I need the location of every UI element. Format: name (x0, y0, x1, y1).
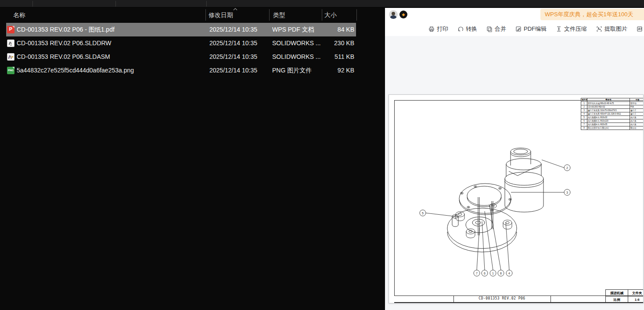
column-separator[interactable] (269, 9, 270, 21)
edit-pencil-icon (515, 25, 522, 32)
user-avatar[interactable] (389, 10, 398, 19)
merge-button[interactable]: 合并 (486, 25, 506, 33)
file-size: 92 KB (303, 64, 354, 77)
file-row-slddrw[interactable]: CD-001353 REV.02 P06.SLDDRW 2025/12/14 1… (0, 36, 385, 50)
solidworks-drawing-file-icon (7, 40, 14, 47)
column-separator[interactable] (205, 9, 206, 21)
balloon-3: 3 (566, 191, 568, 194)
titlebar-divider (115, 1, 116, 7)
file-size: 230 KB (303, 36, 354, 50)
column-headers: 名称 修改日期 类型 大小 (0, 8, 385, 22)
file-name: CD-001353 REV.02 P06.SLDASM (17, 50, 110, 64)
titlebar-divider (32, 1, 33, 7)
balloon-1: 1 (492, 272, 494, 275)
pdf-toolbar: 打印 转换 合并 PDF编辑 (428, 22, 644, 36)
png-image-file-icon: PNG (7, 67, 14, 74)
balloon-4: 4 (508, 272, 510, 275)
balloon-7: 7 (476, 272, 478, 275)
wps-promo-banner[interactable]: WPS年度庆典，超会买1年送100天 (540, 9, 644, 20)
file-name: CD-001353 REV.02 P06 - 图纸1.pdf (17, 23, 115, 36)
pdf-page[interactable]: CD-001353 REV.02 P06 掘进机械 文件夹 比例 1:6 项目号… (389, 94, 644, 303)
isometric-assembly-drawing: 2 3 5 7 6 1 8 4 (389, 95, 644, 303)
column-separator[interactable] (356, 9, 357, 21)
file-compress-button[interactable]: 文件压缩 (555, 25, 587, 33)
file-date: 2025/12/14 10:35 (209, 64, 257, 77)
column-header-date[interactable]: 修改日期 (209, 11, 233, 19)
printer-icon (428, 25, 435, 32)
full-translate-button[interactable]: 全文翻译 (636, 25, 644, 33)
solidworks-assembly-file-icon (7, 53, 14, 61)
screen: 名称 修改日期 类型 大小 P CD-001353 REV.02 P06 - 图… (0, 0, 644, 310)
convert-icon (457, 25, 464, 32)
file-name: CD-001353 REV.02 P06.SLDDRW (17, 36, 112, 50)
titlebar-divider (206, 1, 207, 7)
file-date: 2025/12/14 10:35 (209, 50, 257, 64)
convert-button[interactable]: 转换 (457, 25, 477, 33)
balloon-8: 8 (500, 272, 502, 275)
print-button[interactable]: 打印 (428, 25, 448, 33)
balloon-5: 5 (422, 212, 424, 215)
column-separator[interactable] (322, 9, 322, 21)
extract-images-button[interactable]: 提取图片 (596, 25, 627, 33)
balloon-2: 2 (566, 166, 568, 169)
file-date: 2025/12/14 10:35 (209, 23, 257, 36)
file-row-sldasm[interactable]: CD-001353 REV.02 P06.SLDASM 2025/12/14 1… (0, 50, 385, 64)
wps-member-icon[interactable]: ◆ (399, 11, 407, 18)
file-explorer-pane: 名称 修改日期 类型 大小 P CD-001353 REV.02 P06 - 图… (0, 8, 385, 310)
column-header-type[interactable]: 类型 (273, 11, 285, 19)
translate-icon (636, 25, 643, 32)
file-date: 2025/12/14 10:35 (209, 36, 257, 50)
window-titlebar (0, 0, 644, 7)
file-row-pdf[interactable]: P CD-001353 REV.02 P06 - 图纸1.pdf 2025/12… (0, 23, 385, 36)
merge-pages-icon (486, 25, 493, 32)
sort-ascending-icon[interactable] (233, 8, 237, 11)
file-size: 84 KB (303, 23, 354, 36)
wps-pdf-file-icon: P (7, 26, 14, 33)
balloon-6: 6 (484, 272, 486, 275)
pdf-edit-button[interactable]: PDF编辑 (515, 25, 547, 33)
column-header-name[interactable]: 名称 (13, 11, 25, 19)
column-header-size[interactable]: 大小 (324, 11, 337, 19)
file-name: 5a44832c27e525f5cd444d0a6fae253a.png (17, 64, 134, 77)
extract-image-icon (596, 25, 603, 32)
file-row-png[interactable]: PNG 5a44832c27e525f5cd444d0a6fae253a.png… (0, 64, 385, 77)
compress-icon (555, 25, 562, 32)
file-size: 511 KB (303, 50, 354, 64)
